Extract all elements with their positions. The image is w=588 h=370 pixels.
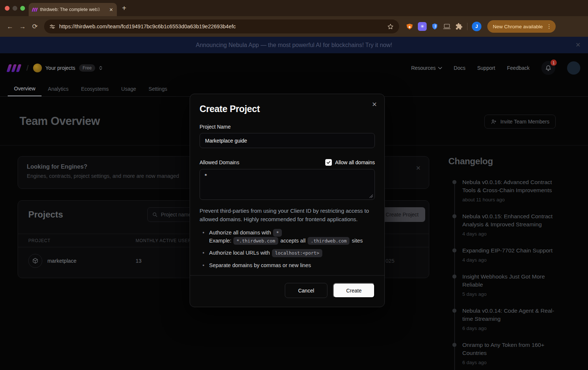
changelog-list: Nebula v0.0.16: Advanced Contract Tools … bbox=[454, 178, 559, 365]
domains-rules-list: Authorize all domains with * Example: *.… bbox=[200, 229, 375, 270]
wildcard-domain-chip: *.thirdweb.com bbox=[233, 237, 278, 245]
forward-icon[interactable]: → bbox=[17, 21, 28, 32]
announcement-text: Announcing Nebula App — the most powerfu… bbox=[196, 42, 392, 49]
extensions-puzzle-icon[interactable] bbox=[455, 23, 463, 30]
new-chrome-label: New Chrome available bbox=[493, 24, 543, 29]
reload-icon[interactable]: ⟳ bbox=[29, 21, 40, 32]
toolbar-divider bbox=[467, 23, 467, 30]
allowed-domains-textarea[interactable]: * bbox=[200, 169, 375, 200]
notifications-button[interactable]: 1 bbox=[541, 61, 555, 75]
browser-titlebar: thirdweb: The complete web3 ✕ + bbox=[0, 0, 588, 16]
list-item[interactable]: Insight Webhooks Just Got More Reliable … bbox=[462, 273, 559, 297]
cancel-button[interactable]: Cancel bbox=[285, 283, 327, 298]
tab-analytics[interactable]: Analytics bbox=[42, 82, 75, 96]
rule-local-urls: Authorize local URLs with localhost:<por… bbox=[200, 249, 375, 257]
notification-badge: 1 bbox=[551, 60, 557, 66]
header-links: Resources Docs Support Feedback 1 bbox=[411, 61, 580, 75]
column-monthly-active-users: MONTHLY ACTIVE USERS bbox=[136, 238, 194, 243]
allowed-domains-label: Allowed Domains bbox=[200, 159, 239, 165]
window-close-button[interactable] bbox=[5, 6, 10, 11]
timeline-dot bbox=[452, 343, 456, 347]
page-title: Team Overview bbox=[19, 115, 100, 128]
address-bar[interactable]: https://thirdweb.com/team/fcd194917bc9c6… bbox=[44, 19, 399, 33]
window-minimize-button[interactable] bbox=[12, 6, 17, 11]
tab-settings[interactable]: Settings bbox=[142, 82, 173, 96]
thirdweb-favicon bbox=[32, 8, 37, 12]
project-name-cell[interactable]: marketplace bbox=[47, 258, 76, 264]
project-created-cell: 025 bbox=[386, 258, 394, 264]
list-item[interactable]: Nebula v0.0.16: Advanced Contract Tools … bbox=[462, 178, 559, 202]
tab-overview[interactable]: Overview bbox=[8, 82, 42, 96]
timeline-dot bbox=[452, 248, 456, 252]
changelog-title: Changelog bbox=[448, 156, 559, 166]
shield-extension-icon[interactable] bbox=[431, 22, 438, 30]
list-item[interactable]: Nebula v0.0.15: Enhanced Contract Analys… bbox=[462, 212, 559, 237]
project-name-input[interactable] bbox=[200, 133, 375, 148]
team-switcher-icon[interactable] bbox=[99, 65, 103, 71]
create-button[interactable]: Create bbox=[333, 283, 375, 298]
timeline-dot bbox=[452, 274, 456, 279]
project-mau-cell: 13 bbox=[136, 258, 141, 264]
new-tab-button[interactable]: + bbox=[122, 4, 126, 12]
chrome-profile-avatar[interactable]: J bbox=[472, 22, 481, 31]
timeline-dot bbox=[452, 214, 456, 218]
modal-close-icon[interactable]: ✕ bbox=[372, 101, 377, 108]
create-project-modal: ✕ Create Project Project Name Allowed Do… bbox=[190, 94, 385, 307]
browser-menu-icon[interactable]: ⋮ bbox=[546, 23, 552, 30]
metamask-extension-icon[interactable] bbox=[406, 23, 413, 30]
list-item[interactable]: Onramp to Any Token from 160+ Countries … bbox=[462, 341, 559, 365]
team-name[interactable]: Your projects bbox=[46, 65, 75, 71]
column-project: PROJECT bbox=[28, 238, 50, 243]
nav-support[interactable]: Support bbox=[477, 65, 495, 71]
page-content: Announcing Nebula App — the most powerfu… bbox=[0, 37, 588, 370]
banner-close-icon[interactable]: ✕ bbox=[576, 41, 581, 49]
site-settings-icon[interactable] bbox=[49, 24, 55, 30]
timeline-dot bbox=[452, 180, 456, 184]
create-project-button-background[interactable]: Create Project bbox=[379, 207, 425, 222]
bookmark-star-icon[interactable] bbox=[387, 23, 394, 30]
bell-icon bbox=[545, 65, 552, 72]
url-text[interactable]: https://thirdweb.com/team/fcd194917bc9c6… bbox=[59, 24, 383, 29]
timeline-dot bbox=[452, 309, 456, 313]
browser-toolbar: ← → ⟳ https://thirdweb.com/team/fcd19491… bbox=[0, 16, 588, 37]
chevron-down-icon bbox=[438, 67, 442, 69]
user-avatar[interactable] bbox=[567, 61, 580, 75]
localhost-chip: localhost:<port> bbox=[272, 249, 322, 257]
tab-close-icon[interactable]: ✕ bbox=[109, 7, 113, 12]
browser-tab[interactable]: thirdweb: The complete web3 ✕ bbox=[29, 3, 117, 16]
window-zoom-button[interactable] bbox=[20, 6, 25, 11]
projects-title: Projects bbox=[28, 209, 63, 220]
tab-usage[interactable]: Usage bbox=[115, 82, 142, 96]
back-icon[interactable]: ← bbox=[4, 21, 15, 32]
modal-title: Create Project bbox=[200, 104, 375, 114]
nav-docs[interactable]: Docs bbox=[454, 65, 466, 71]
resize-handle[interactable] bbox=[369, 194, 373, 198]
modal-footer: Cancel Create bbox=[190, 275, 384, 307]
announcement-banner[interactable]: Announcing Nebula App — the most powerfu… bbox=[0, 37, 588, 53]
list-item[interactable]: Nebula v0.0.14: Code Agent & Real-time S… bbox=[462, 307, 559, 331]
changelog-panel: Changelog Nebula v0.0.16: Advanced Contr… bbox=[448, 156, 559, 370]
snowflake-extension-icon[interactable]: ✳ bbox=[418, 22, 427, 31]
nav-resources[interactable]: Resources bbox=[411, 65, 442, 71]
nav-feedback[interactable]: Feedback bbox=[507, 65, 530, 71]
allow-all-domains-checkbox[interactable] bbox=[325, 159, 332, 166]
list-item[interactable]: Expanding EIP-7702 Chain Support 4 days … bbox=[462, 247, 559, 263]
tab-ecosystems[interactable]: Ecosystems bbox=[75, 82, 115, 96]
engines-card-close-icon[interactable]: ✕ bbox=[416, 165, 421, 172]
project-name-label: Project Name bbox=[200, 124, 375, 130]
wildcard-chip: * bbox=[273, 229, 282, 237]
site-header: / Your projects Free Resources Docs Supp… bbox=[8, 59, 580, 77]
domains-help-text: Prevent third-parties from using your Cl… bbox=[200, 206, 375, 224]
rule-separators: Separate domains by commas or new lines bbox=[200, 261, 375, 269]
breadcrumb-divider: / bbox=[26, 64, 29, 72]
window-controls bbox=[5, 6, 25, 11]
new-chrome-available-button[interactable]: New Chrome available ⋮ bbox=[487, 20, 556, 33]
project-cube-icon bbox=[28, 254, 42, 268]
team-avatar[interactable] bbox=[33, 64, 42, 72]
invite-team-members-button[interactable]: Invite Team Members bbox=[484, 115, 556, 129]
user-plus-icon bbox=[491, 119, 497, 125]
allow-all-domains-control[interactable]: Allow all domains bbox=[325, 159, 375, 166]
domain-chip: .thirdweb.com bbox=[308, 237, 349, 245]
laptop-icon[interactable] bbox=[443, 23, 451, 30]
thirdweb-logo[interactable] bbox=[8, 64, 21, 72]
